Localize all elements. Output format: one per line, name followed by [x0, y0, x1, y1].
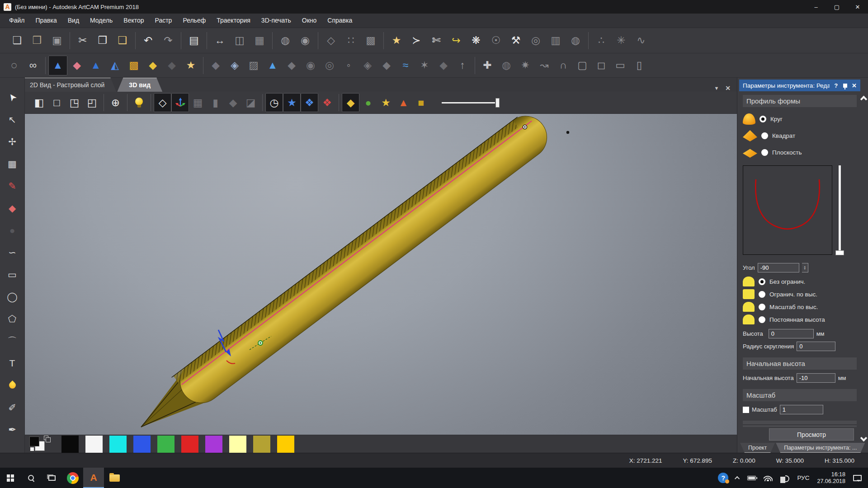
taskbar-chrome[interactable]: [62, 468, 83, 488]
material-icon[interactable]: ◍: [275, 30, 295, 51]
menu-raster[interactable]: Растр: [150, 14, 178, 28]
block-copy-icon[interactable]: ▩: [361, 30, 381, 51]
wave-distort-icon[interactable]: ∿: [631, 30, 651, 51]
mirror-vectors-icon[interactable]: ☉: [486, 30, 506, 51]
preview-time-icon[interactable]: ◷: [265, 93, 283, 112]
menu-window[interactable]: Окно: [297, 14, 322, 28]
zoom-in-icon[interactable]: ⊕: [107, 93, 124, 112]
paste-along-icon[interactable]: ▢: [573, 56, 592, 75]
taskbar-search[interactable]: [21, 468, 42, 488]
slider-handle[interactable]: [835, 250, 844, 255]
palette-swatch-white[interactable]: [85, 436, 103, 453]
sculpt-relief-icon[interactable]: ◈: [225, 56, 244, 75]
profile-option-radio-krug[interactable]: [760, 116, 766, 122]
offset-layers-icon[interactable]: ↑: [453, 56, 472, 75]
color-blocks-icon[interactable]: ▦: [250, 30, 269, 51]
hatch-relief-icon[interactable]: ▨: [244, 56, 263, 75]
palette-swatch-green[interactable]: [157, 436, 175, 453]
knife-tool-icon[interactable]: ✒: [3, 420, 21, 439]
cylinder-wrap-icon[interactable]: ▮: [207, 93, 224, 112]
copy-icon[interactable]: ❐: [93, 30, 113, 51]
lasso-tool-icon[interactable]: ∽: [3, 243, 21, 262]
gray-plane-icon[interactable]: ◆: [224, 93, 242, 112]
limit-option-scale-by-height[interactable]: Масштаб по выс.: [743, 300, 857, 313]
maximize-button[interactable]: ▢: [826, 0, 847, 14]
snap-options-icon[interactable]: ◉: [295, 30, 315, 51]
erase-tool-icon[interactable]: ◆: [3, 198, 21, 217]
menu-help[interactable]: Справка: [322, 14, 358, 28]
scale-checkbox[interactable]: [743, 407, 749, 413]
profile-option-radio-kvadrat[interactable]: [761, 132, 768, 139]
battery-icon[interactable]: [747, 476, 756, 480]
profile-option-ploskost[interactable]: Плоскость: [743, 144, 857, 161]
nesting-icon[interactable]: ▥: [546, 30, 566, 51]
show-composite-icon[interactable]: ❖: [318, 93, 336, 112]
scale-input[interactable]: [780, 405, 823, 414]
smooth-relief-icon[interactable]: ◆: [206, 56, 225, 75]
open-file-icon[interactable]: ❒: [27, 30, 47, 51]
view-iso-icon[interactable]: □: [48, 93, 66, 112]
rotate-3d-icon[interactable]: ∞: [24, 56, 42, 75]
taskbar-explorer[interactable]: [104, 468, 125, 488]
paste-icon[interactable]: ❑: [113, 30, 132, 51]
distort-grid-icon[interactable]: ▦: [3, 154, 21, 173]
star-pattern-icon[interactable]: ✳: [611, 30, 631, 51]
twirl-tool-icon[interactable]: ◈: [358, 56, 377, 75]
swap-colors-icon[interactable]: [44, 436, 48, 440]
help-notification-icon[interactable]: ?: [718, 473, 728, 483]
limit-option-radio-no-limit[interactable]: [759, 278, 765, 285]
flower-pattern-icon[interactable]: ❋: [466, 30, 486, 51]
relief-cone-icon[interactable]: ▲: [86, 56, 105, 75]
fillet-icon[interactable]: ↪: [446, 30, 466, 51]
palette-swatch-purple[interactable]: [205, 436, 222, 453]
profile-option-radio-ploskost[interactable]: [761, 149, 768, 156]
raise-relief-icon[interactable]: ▲: [263, 56, 282, 75]
draw-plane-icon[interactable]: ◇: [154, 93, 171, 112]
fillet-radius-input[interactable]: [797, 342, 835, 351]
engrave-icon[interactable]: ◪: [242, 93, 259, 112]
brush-tool-icon[interactable]: ✐: [3, 398, 21, 417]
wifi-icon[interactable]: [764, 474, 773, 481]
notes-icon[interactable]: ▤: [184, 30, 204, 51]
panel-tab-tool-params[interactable]: Параметры инструмента: ...: [776, 443, 865, 453]
add-relief-icon[interactable]: ✚: [478, 56, 497, 75]
node-editing-icon[interactable]: ∴: [591, 30, 611, 51]
3d-viewport[interactable]: [25, 114, 737, 435]
droplet-tool-icon[interactable]: [3, 375, 21, 394]
zoom-objects-icon[interactable]: ★: [377, 93, 395, 112]
profile-height-slider[interactable]: [835, 165, 844, 259]
import-vector-icon[interactable]: ★: [387, 30, 406, 51]
panel-close-icon[interactable]: ✕: [852, 82, 857, 89]
language-indicator[interactable]: РУС: [797, 474, 809, 481]
ribbon-tool-icon[interactable]: ◆: [377, 56, 396, 75]
node-dots-icon[interactable]: ∷: [341, 30, 361, 51]
toolbar-collapse-icon[interactable]: ▼: [714, 85, 719, 91]
new-model-icon[interactable]: ❏: [7, 30, 27, 51]
minimize-button[interactable]: –: [806, 0, 826, 14]
toolbar-close-icon[interactable]: ✕: [725, 84, 731, 92]
slice-relief-icon[interactable]: ▯: [630, 56, 649, 75]
cut-icon[interactable]: ✂: [73, 30, 93, 51]
tab-2d-view[interactable]: 2D Вид - Растровый слой: [18, 78, 116, 92]
scroll-down-icon[interactable]: [860, 435, 868, 442]
task-view-button[interactable]: [42, 468, 62, 488]
volume-icon[interactable]: [780, 475, 789, 481]
start-height-input[interactable]: [797, 373, 835, 383]
deposit-tool-icon[interactable]: ◉: [301, 56, 320, 75]
redo-icon[interactable]: ↷: [158, 30, 178, 51]
action-center-icon[interactable]: [853, 475, 862, 481]
extrude-layer-icon[interactable]: ◆: [143, 56, 162, 75]
panel-scrollbar[interactable]: [860, 91, 868, 451]
taskbar-artcam[interactable]: A: [83, 468, 104, 488]
tray-expand-icon[interactable]: [735, 476, 740, 481]
select-tool-icon[interactable]: ➤: [3, 88, 21, 107]
profile-option-krug[interactable]: Круг: [743, 111, 857, 127]
clock[interactable]: 16:18 27.06.2018: [817, 471, 845, 485]
text-tool-icon[interactable]: T: [3, 353, 21, 372]
split-view-icon[interactable]: ◫: [230, 30, 250, 51]
show-plane-icon[interactable]: ◆: [342, 93, 359, 112]
limit-option-radio-scale-by-height[interactable]: [759, 304, 765, 310]
paint-pencil-icon[interactable]: ✎: [3, 176, 21, 195]
current-colors[interactable]: [28, 436, 49, 453]
emboss-icon[interactable]: ◍: [566, 30, 585, 51]
